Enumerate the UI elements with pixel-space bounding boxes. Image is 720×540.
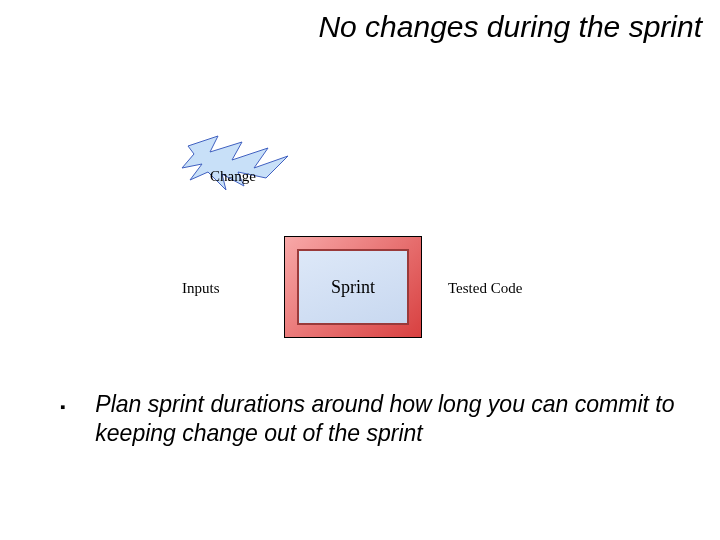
tested-code-label: Tested Code [448,280,522,297]
sprint-box: Sprint [284,236,422,338]
bullet-text: Plan sprint durations around how long yo… [95,390,680,448]
change-label: Change [210,168,256,185]
slide-title: No changes during the sprint [0,10,710,44]
bullet-row: ▪ Plan sprint durations around how long … [60,390,680,448]
inputs-label: Inputs [182,280,220,297]
change-lightning-graphic [180,128,300,198]
bullet-mark: ▪ [60,398,65,415]
sprint-box-inner: Sprint [297,249,409,325]
sprint-label: Sprint [331,277,375,298]
